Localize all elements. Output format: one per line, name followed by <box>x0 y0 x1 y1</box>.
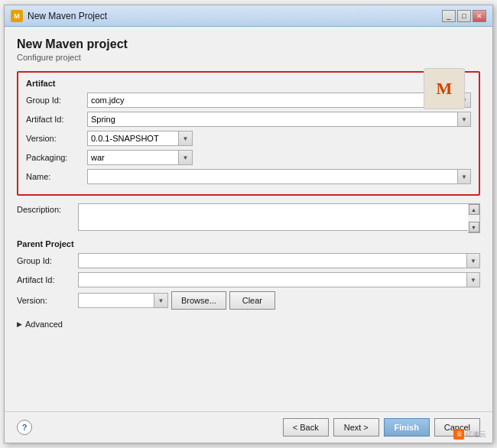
minimize-button[interactable]: _ <box>442 10 456 22</box>
artifact-id-row: Artifact Id: ▼ <box>26 112 471 127</box>
version-select[interactable]: 0.0.1-SNAPSHOT <box>87 131 179 146</box>
name-row: Name: ▼ <box>26 169 471 184</box>
parent-section: Parent Project Group Id: ▼ Artifact Id: <box>17 239 480 313</box>
artifact-id-field-container: ▼ <box>87 112 471 127</box>
description-scrollbar: ▲ ▼ <box>468 203 480 233</box>
description-textarea[interactable] <box>78 203 480 231</box>
watermark-icon: 云 <box>453 429 464 440</box>
advanced-row[interactable]: ▶ Advanced <box>17 320 480 329</box>
name-input[interactable] <box>87 169 457 184</box>
close-button[interactable]: ✕ <box>473 10 486 22</box>
browse-button[interactable]: Browse... <box>171 291 226 310</box>
parent-version-row: Version: ▼ Browse... Clear <box>17 291 480 310</box>
parent-version-dropdown-arrow[interactable]: ▼ <box>154 293 168 308</box>
packaging-label: Packaging: <box>26 153 87 162</box>
page-title: New Maven project <box>17 37 480 51</box>
parent-artifact-id-label: Artifact Id: <box>17 275 78 284</box>
description-label: Description: <box>17 203 78 214</box>
parent-group-id-row: Group Id: ▼ <box>17 253 480 268</box>
parent-version-select[interactable] <box>78 293 154 308</box>
artifact-section-label: Artifact <box>26 79 471 88</box>
group-id-field-container: ▼ <box>87 93 471 108</box>
name-input-wrapper: ▼ <box>87 169 471 184</box>
version-dropdown-container: 0.0.1-SNAPSHOT ▼ <box>87 131 193 146</box>
advanced-label: Advanced <box>25 320 63 329</box>
parent-artifact-id-input[interactable] <box>78 272 466 287</box>
artifact-box: Artifact Group Id: ▼ Artifact Id: ▼ <box>17 71 480 196</box>
parent-artifact-id-field-container: ▼ <box>78 272 480 287</box>
artifact-id-dropdown-arrow[interactable]: ▼ <box>457 112 471 127</box>
description-row: Description: ▲ ▼ <box>17 203 480 233</box>
watermark-text: 亿速云 <box>466 430 486 440</box>
parent-artifact-id-input-wrapper: ▼ <box>78 272 480 287</box>
watermark: 云 亿速云 <box>453 429 486 440</box>
title-bar-controls: _ □ ✕ <box>442 10 486 22</box>
parent-version-label: Version: <box>17 296 78 305</box>
title-bar-title: New Maven Project <box>28 11 107 21</box>
group-id-row: Group Id: ▼ <box>26 93 471 108</box>
parent-section-label: Parent Project <box>17 239 480 248</box>
parent-version-dropdown-container: ▼ <box>78 293 168 308</box>
version-field-container: 0.0.1-SNAPSHOT ▼ <box>87 131 471 146</box>
group-id-label: Group Id: <box>26 96 87 105</box>
name-field-container: ▼ <box>87 169 471 184</box>
name-dropdown-arrow[interactable]: ▼ <box>457 169 471 184</box>
parent-version-field-container: ▼ Browse... Clear <box>78 291 480 310</box>
title-bar: M New Maven Project _ □ ✕ <box>5 5 492 27</box>
parent-artifact-id-dropdown-arrow[interactable]: ▼ <box>466 272 480 287</box>
button-bar-right: < Back Next > Finish Cancel <box>283 418 480 437</box>
artifact-id-label: Artifact Id: <box>26 115 87 124</box>
parent-artifact-id-row: Artifact Id: ▼ <box>17 272 480 287</box>
button-bar-left: ? <box>17 420 32 435</box>
advanced-triangle-icon: ▶ <box>17 320 22 328</box>
back-button[interactable]: < Back <box>283 418 329 437</box>
packaging-row: Packaging: war jar pom ▼ <box>26 150 471 165</box>
group-id-input-wrapper: ▼ <box>87 93 471 108</box>
button-bar: ? < Back Next > Finish Cancel <box>5 411 492 443</box>
dialog-window: M New Maven Project _ □ ✕ New Maven proj… <box>4 5 493 443</box>
page-subtitle: Configure project <box>17 53 480 62</box>
packaging-select[interactable]: war jar pom <box>87 150 179 165</box>
next-button[interactable]: Next > <box>333 418 379 437</box>
description-area-container: ▲ ▼ <box>78 203 480 233</box>
maximize-button[interactable]: □ <box>457 10 471 22</box>
parent-group-id-input-wrapper: ▼ <box>78 253 480 268</box>
header-text: New Maven project Configure project <box>17 37 480 71</box>
packaging-dropdown-arrow[interactable]: ▼ <box>179 150 193 165</box>
parent-group-id-dropdown-arrow[interactable]: ▼ <box>466 253 480 268</box>
finish-button[interactable]: Finish <box>384 418 430 437</box>
scrollbar-up-btn[interactable]: ▲ <box>469 204 479 215</box>
maven-title-icon: M <box>11 10 23 22</box>
title-bar-left: M New Maven Project <box>11 10 107 22</box>
name-label: Name: <box>26 172 87 181</box>
packaging-dropdown-container: war jar pom ▼ <box>87 150 193 165</box>
artifact-id-input-wrapper: ▼ <box>87 112 471 127</box>
scrollbar-down-btn[interactable]: ▼ <box>469 222 479 232</box>
version-row: Version: 0.0.1-SNAPSHOT ▼ <box>26 131 471 146</box>
packaging-field-container: war jar pom ▼ <box>87 150 471 165</box>
maven-logo: M <box>424 68 465 109</box>
artifact-id-input[interactable] <box>87 112 457 127</box>
help-button[interactable]: ? <box>17 420 32 435</box>
version-dropdown-arrow[interactable]: ▼ <box>179 131 193 146</box>
parent-group-id-input[interactable] <box>78 253 466 268</box>
version-label: Version: <box>26 134 87 143</box>
clear-button[interactable]: Clear <box>229 291 275 310</box>
dialog-content: New Maven project Configure project M Ar… <box>5 27 492 411</box>
header-section: New Maven project Configure project M <box>17 37 480 71</box>
parent-group-id-label: Group Id: <box>17 256 78 265</box>
parent-group-id-field-container: ▼ <box>78 253 480 268</box>
bottom-area: ? < Back Next > Finish Cancel 云 亿速云 <box>5 411 492 443</box>
group-id-input[interactable] <box>87 93 457 108</box>
